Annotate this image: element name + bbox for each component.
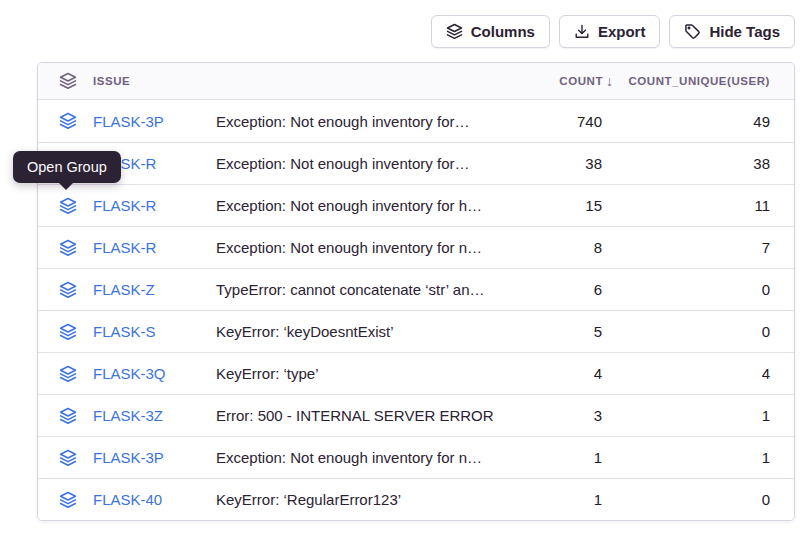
table-body: FLASK-3P Exception: Not enough inventory… [38, 100, 794, 520]
table-row[interactable]: FLASK-R Exception: Not enough inventory … [38, 184, 794, 226]
issue-column-header: ISSUE [38, 72, 216, 90]
open-group-icon[interactable] [59, 407, 77, 425]
issue-cell: FLASK-R [38, 239, 216, 257]
open-group-tooltip-label: Open Group [27, 159, 107, 175]
export-button-label: Export [598, 23, 646, 40]
issue-title: Exception: Not enough inventory for n… [216, 239, 506, 256]
table-row[interactable]: FLASK-3P Exception: Not enough inventory… [38, 100, 794, 142]
issue-link[interactable]: FLASK-R [93, 197, 156, 214]
issue-cell: FLASK-Z [38, 281, 216, 299]
hide-tags-button-label: Hide Tags [709, 23, 780, 40]
issue-link[interactable]: FLASK-3Z [93, 407, 163, 424]
tag-icon [684, 23, 701, 40]
issue-cell: FLASK-S [38, 323, 216, 341]
count-unique-value: 0 [626, 491, 794, 508]
issue-link[interactable]: FLASK-3P [93, 113, 164, 130]
open-group-icon[interactable] [59, 491, 77, 509]
count-value: 740 [506, 113, 626, 130]
table-header-row: ISSUE COUNT ↓ COUNT_UNIQUE(USER) [38, 63, 794, 100]
issue-link[interactable]: FLASK-Z [93, 281, 155, 298]
issue-title: Exception: Not enough inventory for… [216, 113, 506, 130]
count-unique-column-header[interactable]: COUNT_UNIQUE(USER) [626, 75, 794, 87]
export-button[interactable]: Export [559, 15, 661, 48]
table-row[interactable]: FLASK-40 KeyError: ‘RegularError123’ 1 0 [38, 478, 794, 520]
stack-icon [59, 72, 77, 90]
table-row[interactable]: FLASK-Z TypeError: cannot concatenate ‘s… [38, 268, 794, 310]
issue-title: KeyError: ‘keyDoesntExist’ [216, 323, 506, 340]
count-value: 15 [506, 197, 626, 214]
issue-link[interactable]: FLASK-40 [93, 491, 162, 508]
table-row[interactable]: FLASK-3P Exception: Not enough inventory… [38, 436, 794, 478]
issue-title: Error: 500 - INTERNAL SERVER ERROR [216, 407, 506, 424]
issue-link[interactable]: FLASK-3P [93, 449, 164, 466]
count-value: 3 [506, 407, 626, 424]
issue-title: Exception: Not enough inventory for… [216, 155, 506, 172]
count-value: 5 [506, 323, 626, 340]
count-column-label: COUNT [559, 75, 603, 87]
columns-button-label: Columns [471, 23, 535, 40]
stack-icon [446, 23, 463, 40]
count-unique-value: 11 [626, 197, 794, 214]
count-value: 1 [506, 449, 626, 466]
issue-link[interactable]: FLASK-3Q [93, 365, 166, 382]
count-unique-value: 1 [626, 449, 794, 466]
open-group-icon[interactable] [59, 281, 77, 299]
open-group-icon[interactable] [59, 449, 77, 467]
count-unique-value: 4 [626, 365, 794, 382]
tooltip-arrow [58, 182, 74, 190]
count-unique-value: 49 [626, 113, 794, 130]
issue-cell: FLASK-3P [38, 112, 216, 130]
issue-cell: FLASK-3Q [38, 365, 216, 383]
issue-cell: FLASK-40 [38, 491, 216, 509]
count-unique-value: 38 [626, 155, 794, 172]
count-value: 8 [506, 239, 626, 256]
open-group-icon[interactable] [59, 239, 77, 257]
issue-cell: FLASK-3Z [38, 407, 216, 425]
hide-tags-button[interactable]: Hide Tags [669, 15, 795, 48]
issues-table: ISSUE COUNT ↓ COUNT_UNIQUE(USER) FLASK-3… [37, 62, 795, 521]
issue-title: Exception: Not enough inventory for h… [216, 197, 506, 214]
issue-column-label: ISSUE [93, 75, 130, 87]
table-toolbar: Columns Export Hide Tags [431, 15, 795, 48]
issue-cell: FLASK-R [38, 197, 216, 215]
open-group-icon[interactable] [59, 197, 77, 215]
table-row[interactable]: FLASK-R Exception: Not enough inventory … [38, 226, 794, 268]
count-column-header[interactable]: COUNT ↓ [506, 73, 626, 89]
table-row[interactable]: FLASK-3Q KeyError: ‘type’ 4 4 [38, 352, 794, 394]
issue-link[interactable]: FLASK-S [93, 323, 156, 340]
table-row[interactable]: FLASK-3Z Error: 500 - INTERNAL SERVER ER… [38, 394, 794, 436]
issue-link[interactable]: FLASK-R [93, 239, 156, 256]
count-value: 1 [506, 491, 626, 508]
issue-title: Exception: Not enough inventory for n… [216, 449, 506, 466]
table-row[interactable]: FLASK-R Exception: Not enough inventory … [38, 142, 794, 184]
open-group-icon[interactable] [59, 323, 77, 341]
count-value: 6 [506, 281, 626, 298]
table-row[interactable]: FLASK-S KeyError: ‘keyDoesntExist’ 5 0 [38, 310, 794, 352]
count-value: 4 [506, 365, 626, 382]
open-group-tooltip: Open Group [13, 151, 121, 183]
issue-title: TypeError: cannot concatenate ‘str’ an… [216, 281, 506, 298]
sort-descending-icon: ↓ [606, 73, 613, 89]
count-unique-value: 1 [626, 407, 794, 424]
download-icon [574, 24, 590, 40]
columns-button[interactable]: Columns [431, 15, 550, 48]
open-group-icon[interactable] [59, 365, 77, 383]
issue-title: KeyError: ‘type’ [216, 365, 506, 382]
count-unique-value: 7 [626, 239, 794, 256]
issue-title: KeyError: ‘RegularError123’ [216, 491, 506, 508]
count-value: 38 [506, 155, 626, 172]
count-unique-value: 0 [626, 281, 794, 298]
issue-cell: FLASK-3P [38, 449, 216, 467]
issues-page: Columns Export Hide Tags [0, 0, 807, 538]
open-group-icon[interactable] [59, 112, 77, 130]
count-unique-value: 0 [626, 323, 794, 340]
